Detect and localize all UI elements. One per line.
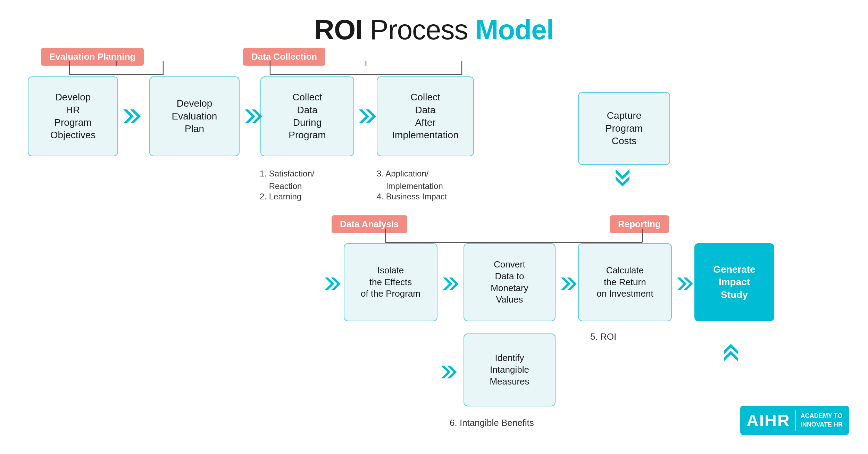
- title-model: Model: [475, 14, 554, 45]
- svg-marker-12: [123, 109, 134, 123]
- page-title: ROI Process Model: [0, 0, 868, 46]
- annotation-application: 3. Application/ Implementation: [377, 167, 443, 192]
- aihr-logo: AIHR ACADEMY TOINNOVATE HR: [740, 406, 849, 435]
- annotation-intangible: 6. Intangible Benefits: [450, 416, 534, 430]
- annotation-learning-text: 2. Learning: [260, 192, 301, 201]
- svg-marker-16: [359, 109, 369, 123]
- proc-generate-impact: GenerateImpactStudy: [694, 243, 774, 321]
- svg-marker-28: [441, 366, 451, 379]
- title-roi: ROI: [314, 14, 362, 45]
- arrow-eval-to-during: [245, 108, 266, 125]
- proc-capture-costs: CaptureProgramCosts: [578, 92, 670, 165]
- arrow-calculate-to-generate: [677, 275, 696, 292]
- proc-collect-during: CollectDataDuringProgram: [260, 76, 354, 156]
- annotation-satisfaction-text: 1. Satisfaction/ Reaction: [260, 169, 314, 191]
- title-process: Process: [370, 14, 475, 45]
- annotation-application-text: 3. Application/ Implementation: [377, 169, 443, 191]
- svg-marker-18: [616, 169, 629, 180]
- arrow-costs-down: [614, 169, 631, 190]
- svg-marker-20: [325, 278, 334, 290]
- annotation-roi: 5. ROI: [590, 330, 616, 344]
- svg-marker-22: [443, 278, 452, 290]
- proc-develop-hr: DevelopHRProgramObjectives: [28, 76, 118, 156]
- svg-marker-26: [677, 278, 687, 290]
- annotation-business-impact: 4. Business Impact: [377, 190, 447, 203]
- annotation-intangible-text: 6. Intangible Benefits: [450, 418, 534, 428]
- svg-marker-31: [724, 351, 738, 361]
- aihr-divider: [795, 410, 796, 431]
- annotation-learning: 2. Learning: [260, 190, 301, 203]
- arrow-convert-to-calculate: [561, 275, 580, 292]
- aihr-tagline: ACADEMY TOINNOVATE HR: [801, 412, 843, 429]
- arrow-to-isolate: [325, 275, 344, 292]
- proc-identify-intangible: IdentifyIntangibleMeasures: [464, 333, 556, 406]
- annotation-satisfaction: 1. Satisfaction/ Reaction: [260, 167, 314, 192]
- svg-marker-14: [245, 109, 255, 123]
- arrow-during-to-after: [359, 108, 379, 125]
- arrow-generate-up: [722, 333, 740, 361]
- proc-calculate: Calculatethe Returnon Investment: [578, 243, 672, 321]
- annotation-business-impact-text: 4. Business Impact: [377, 192, 447, 201]
- proc-convert: ConvertData toMonetaryValues: [464, 243, 556, 321]
- proc-develop-eval: DevelopEvaluationPlan: [149, 76, 240, 156]
- proc-isolate: Isolatethe Effectsof the Program: [344, 243, 437, 321]
- aihr-name: AIHR: [746, 411, 790, 430]
- arrow-isolate-to-convert: [443, 275, 462, 292]
- proc-collect-after: CollectDataAfterImplementation: [377, 76, 474, 156]
- annotation-roi-text: 5. ROI: [590, 331, 616, 342]
- page: ROI Process Model Evaluation Planning Da…: [0, 0, 868, 454]
- arrow-to-intangible: [441, 363, 460, 381]
- svg-marker-24: [561, 278, 570, 290]
- arrow-hr-to-eval: [123, 108, 144, 125]
